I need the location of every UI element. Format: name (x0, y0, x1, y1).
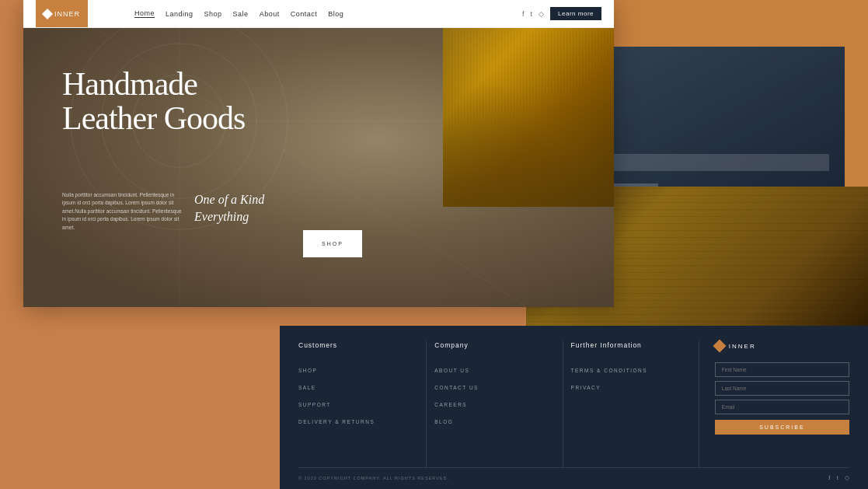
hero-subtitle-line2: Everything (194, 208, 264, 225)
logo-text: INNER (54, 10, 80, 18)
footer-info-title: Further Information (571, 341, 683, 349)
footer-customers-links: SHOP SALE SUPPORT DELIVERY & RETURNS (298, 362, 410, 427)
last-name-input[interactable] (715, 381, 849, 396)
footer-copyright: © 2020 COPYRIGHT COMPANY. ALL RIGHTS RES… (298, 476, 449, 480)
hero-description: Nulla porttitor accumsan tincidunt. Pell… (62, 191, 186, 232)
footer-columns: Customers SHOP SALE SUPPORT DELIVERY & R… (298, 341, 849, 467)
nav-link-home[interactable]: Home (134, 9, 155, 18)
hero-title-line1: Handmade (62, 67, 245, 101)
subscribe-button[interactable]: SUBSCRIBE (715, 420, 849, 435)
nav-links: Home Landing Shop Sale About Contact Blo… (134, 9, 343, 18)
hero-title: Handmade Leather Goods (62, 67, 245, 135)
footer-info-links: TERMS & CONDITIONS PRIVACY (571, 362, 683, 393)
footer-customers-title: Customers (298, 341, 410, 349)
footer-newsletter: INNER SUBSCRIBE (699, 341, 849, 467)
hero-subtitle-line1: One of a Kind (194, 191, 264, 208)
footer-link-support[interactable]: SUPPORT (298, 402, 331, 407)
footer-logo: INNER (715, 341, 849, 351)
footer-logo-text: INNER (729, 343, 756, 350)
facebook-icon[interactable]: f (522, 10, 525, 18)
navbar: INNER Home Landing Shop Sale About Conta… (23, 0, 614, 28)
footer-company-title: Company (434, 341, 546, 349)
nav-social: f t ◇ Learn more (522, 7, 601, 20)
twitter-icon[interactable]: t (531, 10, 533, 18)
footer-instagram-icon[interactable]: ◇ (845, 474, 849, 481)
footer-social: f t ◇ (828, 474, 849, 481)
footer-link-sale[interactable]: SALE (298, 385, 316, 390)
learn-more-button[interactable]: Learn more (550, 7, 601, 20)
nav-link-landing[interactable]: Landing (166, 10, 193, 18)
email-input[interactable] (715, 400, 849, 414)
footer-link-terms[interactable]: TERMS & CONDITIONS (571, 368, 648, 373)
footer-col-customers: Customers SHOP SALE SUPPORT DELIVERY & R… (298, 341, 427, 467)
footer-col-company: Company ABOUT US CONTACT US CAREERS BLOG (427, 341, 563, 467)
footer-link-shop[interactable]: SHOP (298, 368, 317, 373)
footer-link-careers[interactable]: CAREERS (434, 402, 467, 407)
nav-link-sale[interactable]: Sale (233, 10, 249, 18)
hero-title-line2: Leather Goods (62, 101, 245, 135)
instagram-icon[interactable]: ◇ (539, 10, 544, 18)
hero-subtitle: One of a Kind Everything (194, 191, 264, 226)
footer-twitter-icon[interactable]: t (837, 474, 838, 481)
hero-leather-image (443, 28, 614, 207)
browser-card: INNER Home Landing Shop Sale About Conta… (23, 0, 614, 307)
first-name-input[interactable] (715, 362, 849, 377)
footer-bottom: © 2020 COPYRIGHT COMPANY. ALL RIGHTS RES… (298, 467, 849, 481)
footer-link-blog[interactable]: BLOG (434, 419, 453, 424)
nav-logo: INNER (36, 0, 88, 27)
nav-link-contact[interactable]: Contact (291, 10, 318, 18)
logo-diamond-icon (42, 8, 53, 19)
footer-facebook-icon[interactable]: f (828, 474, 831, 481)
hero-section: Handmade Leather Goods Nulla porttitor a… (23, 28, 614, 307)
shop-button[interactable]: SHOP (303, 230, 362, 257)
footer-company-links: ABOUT US CONTACT US CAREERS BLOG (434, 362, 546, 427)
nav-link-shop[interactable]: Shop (204, 10, 222, 18)
footer-link-about[interactable]: ABOUT US (434, 368, 469, 373)
footer-link-contact[interactable]: CONTACT US (434, 385, 479, 390)
nav-link-about[interactable]: About (260, 10, 280, 18)
footer-link-privacy[interactable]: PRIVACY (571, 385, 601, 390)
footer-col-info: Further Information TERMS & CONDITIONS P… (563, 341, 699, 467)
nav-link-blog[interactable]: Blog (328, 10, 343, 18)
footer-link-delivery[interactable]: DELIVERY & RETURNS (298, 419, 375, 424)
footer-card: Customers SHOP SALE SUPPORT DELIVERY & R… (280, 326, 868, 489)
footer-logo-diamond-icon (713, 340, 726, 353)
